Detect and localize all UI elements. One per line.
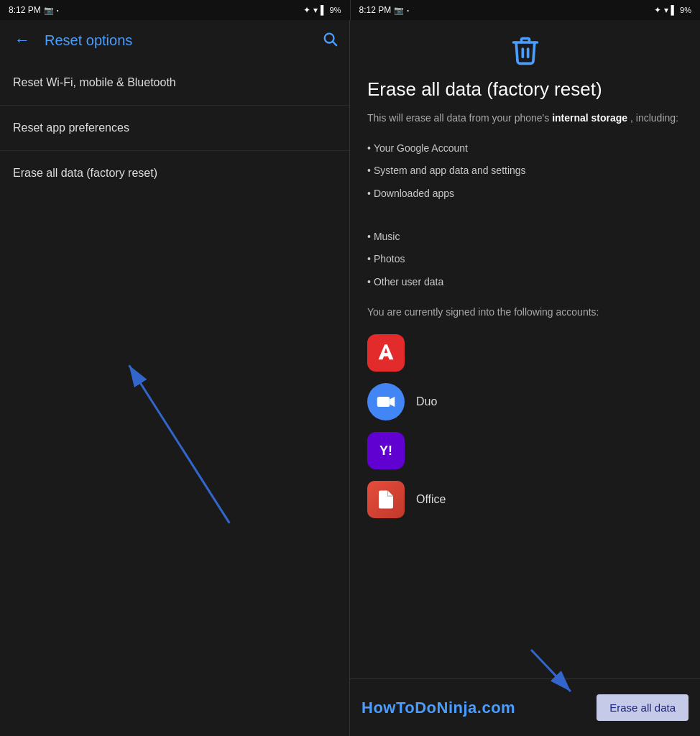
right-panel: Erase all data (factory reset) This will… [350,20,700,736]
back-button[interactable]: ← [11,28,33,52]
menu-item-wifi[interactable]: Reset Wi-Fi, mobile & Bluetooth [0,60,349,106]
bullet-item: Photos [367,248,683,271]
account-row-office: Office [367,475,683,524]
left-sim-icon: 📷 [44,6,54,15]
bullet-item: Music [367,226,683,249]
erase-all-button[interactable]: Erase all data [597,694,689,721]
right-battery-text: 9% [680,6,691,14]
search-button[interactable] [322,31,338,50]
bullet-list: Your Google Account System and app data … [367,137,683,206]
trash-icon-wrap [367,34,683,69]
trash-icon [510,34,541,66]
left-dot: • [57,7,59,14]
bullet-item: Other user data [367,271,683,294]
account-row-duo: Duo [367,377,683,426]
right-bluetooth-icon: ✦ [654,5,661,15]
left-panel: ← Reset options Reset Wi-Fi, mobile & Bl… [0,20,350,736]
right-signal-icon: ▌ [671,5,678,15]
account-row-adobe [367,328,683,377]
svg-line-1 [333,42,336,45]
signed-in-text: You are currently signed into the follow… [367,305,683,320]
status-bars: 8:12 PM 📷 • ✦ ▾ ▌ 9% 8:12 PM 📷 • ✦ ▾ ▌ 9… [0,0,700,20]
page-title: Reset options [45,32,310,49]
yahoo-icon: Y! [367,432,405,469]
left-signal-icon: ▌ [321,5,327,15]
right-dot: • [407,7,409,14]
bullet-item: Downloaded apps [367,183,683,206]
left-time: 8:12 PM [9,5,41,15]
right-sim-icon: 📷 [394,6,404,15]
left-wifi-icon: ▾ [313,5,318,15]
annotation-arrow [0,196,349,736]
svg-marker-5 [390,397,395,407]
bullet-item: System and app data and settings [367,160,683,183]
watermark: HowToDoNinja.com [361,699,515,717]
menu-item-app-prefs[interactable]: Reset app preferences [0,106,349,151]
right-status-bar: 8:12 PM 📷 • ✦ ▾ ▌ 9% [351,0,701,20]
erase-title: Erase all data (factory reset) [367,78,683,102]
svg-rect-4 [377,397,390,407]
left-status-bar: 8:12 PM 📷 • ✦ ▾ ▌ 9% [0,0,350,20]
bullet-item: Your Google Account [367,137,683,160]
toolbar: ← Reset options [0,20,349,60]
bullet-list-2: Music Photos Other user data [367,226,683,294]
menu-item-factory-reset[interactable]: Erase all data (factory reset) [0,151,349,196]
bottom-bar: HowToDoNinja.com Erase all data [350,678,700,736]
left-bluetooth-icon: ✦ [303,5,310,15]
office-label: Office [416,493,446,506]
right-time: 8:12 PM [359,5,392,15]
main-content: ← Reset options Reset Wi-Fi, mobile & Bl… [0,20,700,736]
adobe-icon [367,334,405,372]
duo-label: Duo [416,395,437,408]
right-content: Erase all data (factory reset) This will… [350,20,700,678]
right-wifi-icon: ▾ [664,5,668,15]
left-battery-text: 9% [330,6,341,14]
erase-description: This will erase all data from your phone… [367,111,683,126]
office-icon [367,481,405,518]
svg-line-3 [129,365,230,523]
annotation-area [0,196,349,736]
account-row-yahoo: Y! [367,426,683,475]
duo-icon [367,383,405,420]
